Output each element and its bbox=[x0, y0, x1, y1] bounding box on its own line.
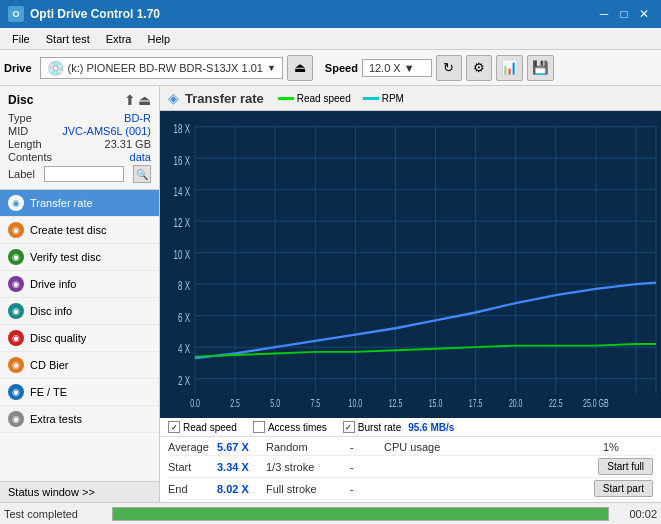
nav-disc-info[interactable]: ◉ Disc info bbox=[0, 298, 159, 325]
chart-button[interactable]: 📊 bbox=[496, 55, 523, 81]
legend-read-speed: Read speed bbox=[278, 93, 351, 104]
cb-read-speed[interactable]: ✓ bbox=[168, 421, 180, 433]
end-label: End bbox=[168, 483, 213, 495]
start-full-button[interactable]: Start full bbox=[598, 458, 653, 475]
cb-label-read-speed: Read speed bbox=[183, 422, 237, 433]
nav-label-transfer-rate: Transfer rate bbox=[30, 197, 93, 209]
refresh-button[interactable]: ↻ bbox=[436, 55, 462, 81]
menu-help[interactable]: Help bbox=[139, 31, 178, 47]
random-label: Random bbox=[266, 441, 346, 453]
status-bar: Test completed 00:02 bbox=[0, 502, 661, 524]
nav-fe-te[interactable]: ◉ FE / TE bbox=[0, 379, 159, 406]
svg-text:16 X: 16 X bbox=[174, 153, 190, 167]
status-window-button[interactable]: Status window >> bbox=[0, 481, 159, 502]
label-input[interactable] bbox=[44, 166, 124, 182]
svg-text:5.0: 5.0 bbox=[270, 397, 280, 409]
nav-disc-quality[interactable]: ◉ Disc quality bbox=[0, 325, 159, 352]
cb-access-times[interactable] bbox=[253, 421, 265, 433]
menu-file[interactable]: File bbox=[4, 31, 38, 47]
chart-container: 18 X 16 X 14 X 12 X 10 X 8 X 6 X 4 X 2 X… bbox=[160, 111, 661, 418]
random-value: - bbox=[350, 441, 380, 453]
title-bar: O Opti Drive Control 1.70 ─ □ ✕ bbox=[0, 0, 661, 28]
app-icon: O bbox=[8, 6, 24, 22]
checkbox-burst-rate[interactable]: ✓ Burst rate 95.6 MB/s bbox=[343, 421, 455, 433]
close-button[interactable]: ✕ bbox=[635, 5, 653, 23]
cpu-label: CPU usage bbox=[384, 441, 599, 453]
nav-drive-info[interactable]: ◉ Drive info bbox=[0, 271, 159, 298]
nav-icon-create-test-disc: ◉ bbox=[8, 222, 24, 238]
disc-icon-group: ⬆ ⏏ bbox=[124, 92, 151, 108]
disc-icon-eject[interactable]: ⏏ bbox=[138, 92, 151, 108]
disc-icon-arrow[interactable]: ⬆ bbox=[124, 92, 136, 108]
mid-label: MID bbox=[8, 125, 28, 137]
nav-label-drive-info: Drive info bbox=[30, 278, 76, 290]
save-button[interactable]: 💾 bbox=[527, 55, 554, 81]
menu-start-test[interactable]: Start test bbox=[38, 31, 98, 47]
legend-label-read-speed: Read speed bbox=[297, 93, 351, 104]
svg-text:0.0: 0.0 bbox=[190, 397, 200, 409]
nav-label-disc-quality: Disc quality bbox=[30, 332, 86, 344]
maximize-button[interactable]: □ bbox=[615, 5, 633, 23]
nav-label-cd-bier: CD Bier bbox=[30, 359, 69, 371]
disc-contents-row: Contents data bbox=[8, 151, 151, 163]
svg-text:25.0 GB: 25.0 GB bbox=[583, 397, 609, 409]
full-stroke-value: - bbox=[350, 483, 380, 495]
svg-text:2.5: 2.5 bbox=[230, 397, 240, 409]
disc-panel: Disc ⬆ ⏏ Type BD-R MID JVC-AMS6L (001) L… bbox=[0, 86, 159, 190]
contents-value: data bbox=[130, 151, 151, 163]
stroke-label: 1/3 stroke bbox=[266, 461, 346, 473]
stats-row-average: Average 5.67 X Random - CPU usage 1% bbox=[168, 439, 653, 456]
chart-area: ◈ Transfer rate Read speed RPM bbox=[160, 86, 661, 502]
stats-row-end: End 8.02 X Full stroke - Start part bbox=[168, 478, 653, 500]
eject-button[interactable]: ⏏ bbox=[287, 55, 313, 81]
length-value: 23.31 GB bbox=[105, 138, 151, 150]
drive-value: (k:) PIONEER BD-RW BDR-S13JX 1.01 bbox=[68, 62, 263, 74]
nav-transfer-rate[interactable]: ◉ Transfer rate bbox=[0, 190, 159, 217]
disc-label-row: Label 🔍 bbox=[8, 165, 151, 183]
cb-label-burst-rate: Burst rate bbox=[358, 422, 401, 433]
legend-label-rpm: RPM bbox=[382, 93, 404, 104]
cpu-value: 1% bbox=[603, 441, 653, 453]
disc-type-row: Type BD-R bbox=[8, 112, 151, 124]
legend-rpm: RPM bbox=[363, 93, 404, 104]
label-btn[interactable]: 🔍 bbox=[133, 165, 151, 183]
svg-text:4 X: 4 X bbox=[178, 342, 190, 356]
nav-cd-bier[interactable]: ◉ CD Bier bbox=[0, 352, 159, 379]
main-layout: Disc ⬆ ⏏ Type BD-R MID JVC-AMS6L (001) L… bbox=[0, 86, 661, 502]
nav-extra-tests[interactable]: ◉ Extra tests bbox=[0, 406, 159, 433]
status-text: Test completed bbox=[4, 508, 104, 520]
start-label: Start bbox=[168, 461, 213, 473]
checkbox-read-speed[interactable]: ✓ Read speed bbox=[168, 421, 237, 433]
nav-icon-disc-quality: ◉ bbox=[8, 330, 24, 346]
checkbox-access-times[interactable]: Access times bbox=[253, 421, 327, 433]
sidebar: Disc ⬆ ⏏ Type BD-R MID JVC-AMS6L (001) L… bbox=[0, 86, 160, 502]
svg-text:15.0: 15.0 bbox=[429, 397, 443, 409]
speed-selector[interactable]: 12.0 X ▼ bbox=[362, 59, 432, 77]
drive-label: Drive bbox=[4, 62, 32, 74]
full-stroke-label: Full stroke bbox=[266, 483, 346, 495]
toolbar: Drive 💿 (k:) PIONEER BD-RW BDR-S13JX 1.0… bbox=[0, 50, 661, 86]
drive-dropdown-arrow: ▼ bbox=[267, 63, 276, 73]
nav-icon-extra-tests: ◉ bbox=[8, 411, 24, 427]
progress-bar-container bbox=[112, 507, 609, 521]
nav-create-test-disc[interactable]: ◉ Create test disc bbox=[0, 217, 159, 244]
minimize-button[interactable]: ─ bbox=[595, 5, 613, 23]
legend-color-read-speed bbox=[278, 97, 294, 100]
nav-icon-cd-bier: ◉ bbox=[8, 357, 24, 373]
start-part-button[interactable]: Start part bbox=[594, 480, 653, 497]
config-button[interactable]: ⚙ bbox=[466, 55, 492, 81]
svg-text:18 X: 18 X bbox=[174, 121, 190, 135]
status-time: 00:02 bbox=[617, 508, 657, 520]
nav-label-disc-info: Disc info bbox=[30, 305, 72, 317]
speed-label: Speed bbox=[325, 62, 358, 74]
nav-label-verify-test-disc: Verify test disc bbox=[30, 251, 101, 263]
cb-burst-rate[interactable]: ✓ bbox=[343, 421, 355, 433]
nav-verify-test-disc[interactable]: ◉ Verify test disc bbox=[0, 244, 159, 271]
drive-selector[interactable]: 💿 (k:) PIONEER BD-RW BDR-S13JX 1.01 ▼ bbox=[40, 57, 283, 79]
title-bar-controls: ─ □ ✕ bbox=[595, 5, 653, 23]
average-value: 5.67 X bbox=[217, 441, 262, 453]
label-label: Label bbox=[8, 168, 35, 180]
nav-icon-fe-te: ◉ bbox=[8, 384, 24, 400]
chart-legend: Read speed RPM bbox=[278, 93, 404, 104]
menu-extra[interactable]: Extra bbox=[98, 31, 140, 47]
